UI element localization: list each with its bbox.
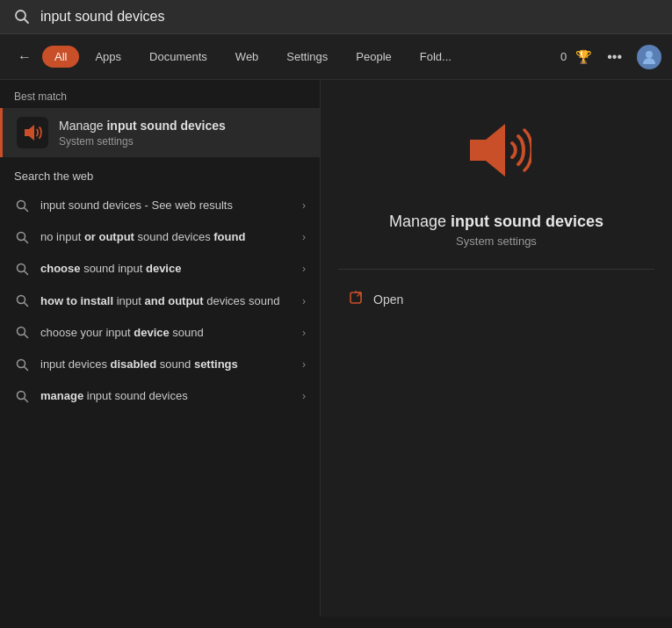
result-subtitle: System settings (456, 235, 537, 248)
svg-marker-18 (470, 124, 505, 177)
search-input[interactable] (40, 9, 658, 25)
result-count: 0 (560, 50, 567, 63)
web-item-3[interactable]: choose sound input device › (0, 253, 320, 285)
web-search-icon-3 (14, 261, 30, 277)
best-match-label: Best match (0, 80, 320, 108)
web-item-text-2: no input or output sound devices found (40, 229, 292, 245)
more-options-button[interactable]: ••• (601, 45, 628, 69)
result-title: Manage input sound devices (389, 213, 603, 231)
web-item-text-3: choose sound input device (40, 261, 292, 277)
result-large-icon (461, 115, 531, 195)
web-search-icon-7 (14, 388, 30, 404)
web-item-arrow-1: › (302, 199, 306, 212)
web-item-arrow-5: › (302, 327, 306, 339)
back-button[interactable]: ← (11, 44, 39, 70)
filter-tab-apps[interactable]: Apps (83, 46, 134, 68)
web-item-text-5: choose your input device sound (40, 325, 292, 341)
open-action[interactable]: Open (338, 284, 654, 315)
web-item-7[interactable]: manage input sound devices › (0, 380, 320, 412)
sound-icon (17, 117, 48, 148)
filter-tab-web[interactable]: Web (223, 46, 271, 68)
svg-marker-3 (25, 125, 34, 141)
right-panel: Manage input sound devices System settin… (321, 80, 672, 617)
svg-line-9 (24, 271, 27, 274)
web-item-5[interactable]: choose your input device sound › (0, 317, 320, 349)
best-match-subtitle: System settings (59, 135, 306, 148)
web-search-icon-5 (14, 325, 30, 341)
svg-line-13 (24, 335, 27, 338)
web-search-icon-4 (14, 293, 30, 309)
filter-tab-folders[interactable]: Fold... (408, 46, 464, 68)
filter-bar: ← All Apps Documents Web Settings People… (0, 34, 672, 80)
web-search-icon-2 (14, 229, 30, 245)
search-bar (0, 0, 672, 34)
web-section-label: Search the web (0, 157, 320, 190)
open-label: Open (373, 292, 403, 307)
svg-point-2 (646, 51, 653, 58)
trophy-icon: 🏆 (575, 49, 592, 65)
web-item-4[interactable]: how to install input and output devices … (0, 285, 320, 317)
avatar[interactable] (637, 45, 661, 69)
divider (338, 269, 654, 270)
open-icon (347, 291, 365, 308)
web-item-text-7: manage input sound devices (40, 388, 292, 404)
filter-tab-settings[interactable]: Settings (274, 46, 340, 68)
search-icon (14, 9, 30, 25)
web-item-arrow-3: › (302, 263, 306, 275)
svg-line-11 (24, 303, 27, 307)
left-panel: Best match Manage input sound devices Sy… (0, 80, 321, 617)
svg-line-1 (25, 19, 29, 24)
web-item-1[interactable]: input sound devices - See web results › (0, 190, 320, 221)
filter-tab-documents[interactable]: Documents (137, 46, 220, 68)
web-item-text-4: how to install input and output devices … (40, 293, 292, 309)
web-item-arrow-4: › (302, 295, 306, 307)
best-match-title: Manage input sound devices (59, 118, 306, 134)
web-item-arrow-7: › (302, 390, 306, 402)
svg-line-7 (24, 239, 27, 242)
main-content: Best match Manage input sound devices Sy… (0, 80, 672, 617)
web-item-arrow-2: › (302, 231, 306, 243)
web-search-icon-6 (14, 357, 30, 372)
svg-line-17 (24, 398, 27, 401)
web-item-text-1: input sound devices - See web results (40, 198, 292, 213)
web-item-2[interactable]: no input or output sound devices found › (0, 221, 320, 253)
web-item-text-6: input devices disabled sound settings (40, 357, 292, 372)
svg-line-5 (24, 207, 27, 211)
best-match-item[interactable]: Manage input sound devices System settin… (0, 108, 320, 157)
filter-tab-people[interactable]: People (343, 46, 403, 68)
web-item-arrow-6: › (302, 358, 306, 371)
more-icon: ••• (607, 49, 622, 65)
web-search-icon-1 (14, 198, 30, 213)
svg-line-15 (24, 366, 27, 370)
filter-bar-right: 0 🏆 ••• (560, 45, 661, 69)
filter-tab-all[interactable]: All (42, 46, 79, 68)
web-item-6[interactable]: input devices disabled sound settings › (0, 349, 320, 380)
